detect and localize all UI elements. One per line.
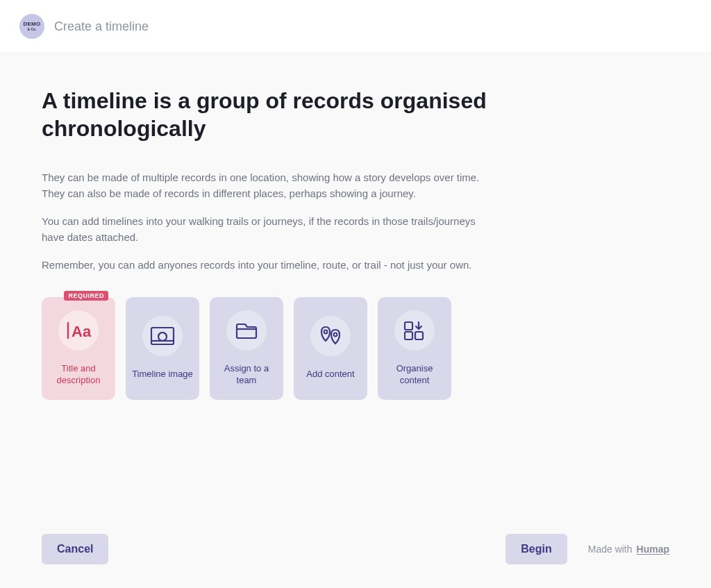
image-icon	[142, 316, 183, 356]
svg-point-7	[334, 333, 337, 337]
card-title-description[interactable]: REQUIRED Aa Title and description	[42, 297, 115, 400]
card-timeline-image[interactable]: Timeline image	[126, 297, 199, 400]
page-heading: A timeline is a group of records organis…	[42, 87, 500, 142]
svg-text:Aa: Aa	[72, 323, 92, 340]
logo-text-top: DEMO	[24, 22, 41, 27]
card-label: Assign to a team	[215, 363, 278, 387]
main-content: A timeline is a group of records organis…	[0, 53, 542, 400]
brand-logo: DEMO & Co.	[19, 14, 44, 39]
logo-text-bottom: & Co.	[27, 28, 36, 31]
layout-icon	[394, 310, 435, 351]
svg-rect-2	[151, 328, 174, 344]
card-add-content[interactable]: Add content	[294, 297, 367, 400]
card-label: Organise content	[383, 363, 446, 387]
description-paragraph: They can be made of multiple records in …	[42, 170, 500, 201]
folder-icon	[226, 310, 267, 351]
svg-rect-8	[405, 322, 412, 330]
cancel-button[interactable]: Cancel	[42, 534, 108, 564]
description-paragraph: You can add timelines into your walking …	[42, 214, 500, 245]
text-icon: Aa	[58, 310, 99, 351]
begin-button[interactable]: Begin	[505, 534, 567, 564]
made-with-label: Made with Humap	[588, 544, 669, 555]
svg-rect-9	[405, 332, 412, 339]
card-label: Timeline image	[132, 369, 193, 380]
svg-rect-10	[415, 332, 423, 339]
made-with-text: Made with	[588, 544, 633, 555]
top-bar: DEMO & Co. Create a timeline	[0, 0, 711, 53]
card-organise-content[interactable]: Organise content	[378, 297, 451, 400]
card-assign-team[interactable]: Assign to a team	[210, 297, 283, 400]
svg-point-6	[324, 330, 328, 334]
required-badge: REQUIRED	[64, 291, 108, 301]
step-cards: REQUIRED Aa Title and description Timeli…	[42, 297, 500, 400]
description-block: They can be made of multiple records in …	[42, 170, 500, 274]
description-paragraph: Remember, you can add anyones records in…	[42, 258, 500, 274]
page-breadcrumb: Create a timeline	[54, 19, 149, 34]
card-label: Title and description	[47, 363, 110, 387]
footer-bar: Cancel Begin Made with Humap	[42, 534, 669, 564]
brand-link[interactable]: Humap	[637, 544, 669, 555]
pin-icon	[310, 316, 351, 356]
card-label: Add content	[306, 369, 354, 380]
